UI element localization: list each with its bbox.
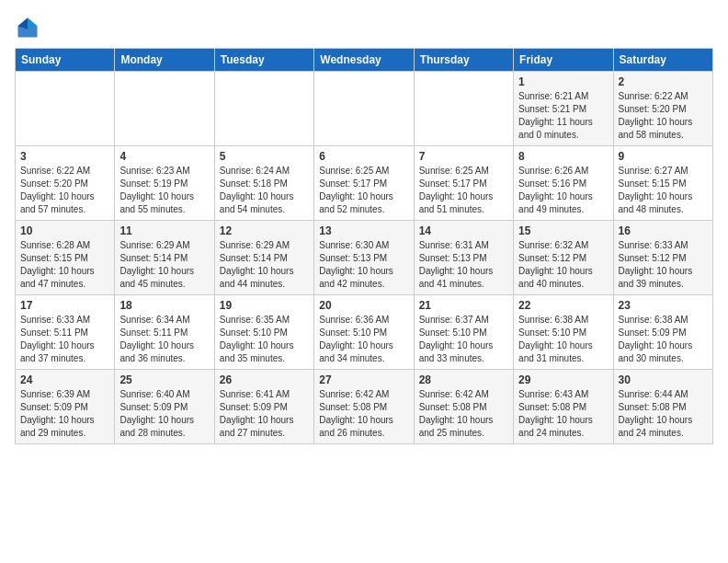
cell-text: Sunrise: 6:30 AM (319, 239, 408, 252)
day-number: 27 (319, 373, 408, 386)
cell-text: Daylight: 10 hours and 24 minutes. (518, 414, 608, 440)
cell-text: Sunrise: 6:34 AM (119, 314, 209, 327)
day-number: 1 (518, 75, 608, 88)
cell-text: Daylight: 10 hours and 37 minutes. (20, 339, 109, 365)
page-header (15, 15, 713, 40)
day-number: 23 (619, 299, 708, 312)
cell-text: Sunrise: 6:24 AM (220, 165, 309, 178)
day-number: 26 (220, 373, 309, 386)
calendar-cell: 12Sunrise: 6:29 AMSunset: 5:14 PMDayligh… (214, 221, 313, 295)
calendar-cell: 16Sunrise: 6:33 AMSunset: 5:12 PMDayligh… (613, 221, 712, 295)
cell-text: Sunrise: 6:36 AM (319, 314, 408, 327)
calendar-cell: 9Sunrise: 6:27 AMSunset: 5:15 PMDaylight… (613, 146, 712, 221)
cell-text: Sunrise: 6:29 AM (119, 239, 209, 252)
cell-text: Daylight: 10 hours and 49 minutes. (518, 190, 608, 216)
cell-text: Sunset: 5:14 PM (119, 252, 209, 265)
day-number: 16 (619, 224, 708, 237)
cell-text: Sunrise: 6:25 AM (319, 165, 408, 178)
cell-text: Sunrise: 6:38 AM (619, 314, 708, 327)
cell-text: Sunrise: 6:40 AM (119, 388, 209, 401)
cell-text: Daylight: 10 hours and 39 minutes. (619, 265, 708, 291)
cell-text: Sunset: 5:19 PM (119, 178, 209, 190)
day-number: 5 (220, 150, 309, 163)
cell-text: Daylight: 10 hours and 40 minutes. (518, 265, 608, 291)
calendar-cell: 24Sunrise: 6:39 AMSunset: 5:09 PMDayligh… (16, 370, 115, 444)
cell-text: Sunset: 5:18 PM (220, 178, 309, 190)
cell-text: Sunrise: 6:33 AM (20, 314, 109, 327)
weekday-header-monday: Monday (115, 49, 214, 72)
cell-text: Daylight: 10 hours and 41 minutes. (419, 265, 508, 291)
cell-text: Daylight: 10 hours and 27 minutes. (220, 414, 309, 440)
cell-text: Daylight: 10 hours and 24 minutes. (619, 414, 708, 440)
cell-text: Sunset: 5:17 PM (319, 178, 408, 190)
calendar-week-1: 1Sunrise: 6:21 AMSunset: 5:21 PMDaylight… (16, 72, 713, 146)
day-number: 21 (419, 299, 508, 312)
day-number: 11 (119, 224, 209, 237)
cell-text: Sunrise: 6:33 AM (619, 239, 708, 252)
cell-text: Sunrise: 6:23 AM (119, 165, 209, 178)
day-number: 15 (518, 224, 608, 237)
cell-text: Sunset: 5:09 PM (20, 401, 109, 414)
day-number: 19 (220, 299, 309, 312)
cell-text: Sunrise: 6:43 AM (518, 388, 608, 401)
cell-text: Daylight: 10 hours and 31 minutes. (518, 339, 608, 365)
cell-text: Sunrise: 6:39 AM (20, 388, 109, 401)
cell-text: Daylight: 10 hours and 44 minutes. (220, 265, 309, 291)
calendar-cell: 13Sunrise: 6:30 AMSunset: 5:13 PMDayligh… (314, 221, 414, 295)
cell-text: Sunrise: 6:31 AM (419, 239, 508, 252)
cell-text: Sunrise: 6:44 AM (619, 388, 708, 401)
cell-text: Sunrise: 6:21 AM (518, 90, 608, 103)
cell-text: Sunrise: 6:22 AM (20, 165, 109, 178)
day-number: 14 (419, 224, 508, 237)
calendar-week-3: 10Sunrise: 6:28 AMSunset: 5:15 PMDayligh… (16, 221, 713, 295)
cell-text: Sunrise: 6:42 AM (319, 388, 408, 401)
day-number: 25 (119, 373, 209, 386)
calendar-cell: 27Sunrise: 6:42 AMSunset: 5:08 PMDayligh… (314, 370, 414, 444)
weekday-header-row: SundayMondayTuesdayWednesdayThursdayFrid… (16, 49, 713, 72)
calendar-cell: 15Sunrise: 6:32 AMSunset: 5:12 PMDayligh… (514, 221, 613, 295)
cell-text: Sunrise: 6:27 AM (619, 165, 708, 178)
cell-text: Daylight: 10 hours and 30 minutes. (619, 339, 708, 365)
calendar-week-2: 3Sunrise: 6:22 AMSunset: 5:20 PMDaylight… (16, 146, 713, 221)
cell-text: Daylight: 10 hours and 28 minutes. (119, 414, 209, 440)
calendar-cell (314, 72, 414, 146)
calendar-cell: 10Sunrise: 6:28 AMSunset: 5:15 PMDayligh… (16, 221, 115, 295)
cell-text: Sunrise: 6:32 AM (518, 239, 608, 252)
cell-text: Daylight: 10 hours and 36 minutes. (119, 339, 209, 365)
calendar-cell (115, 72, 214, 146)
cell-text: Daylight: 10 hours and 47 minutes. (20, 265, 109, 291)
calendar-cell: 23Sunrise: 6:38 AMSunset: 5:09 PMDayligh… (613, 295, 712, 370)
cell-text: Sunset: 5:10 PM (220, 327, 309, 339)
cell-text: Sunset: 5:12 PM (518, 252, 608, 265)
cell-text: Sunset: 5:12 PM (619, 252, 708, 265)
cell-text: Sunrise: 6:22 AM (619, 90, 708, 103)
weekday-header-friday: Friday (514, 49, 613, 72)
cell-text: Sunset: 5:10 PM (419, 327, 508, 339)
cell-text: Sunset: 5:20 PM (619, 103, 708, 116)
cell-text: Sunrise: 6:38 AM (518, 314, 608, 327)
weekday-header-tuesday: Tuesday (214, 49, 313, 72)
cell-text: Sunset: 5:08 PM (518, 401, 608, 414)
weekday-header-wednesday: Wednesday (314, 49, 414, 72)
cell-text: Sunset: 5:15 PM (20, 252, 109, 265)
cell-text: Sunset: 5:15 PM (619, 178, 708, 190)
cell-text: Daylight: 10 hours and 29 minutes. (20, 414, 109, 440)
day-number: 13 (319, 224, 408, 237)
day-number: 7 (419, 150, 508, 163)
cell-text: Sunset: 5:10 PM (518, 327, 608, 339)
calendar-cell: 19Sunrise: 6:35 AMSunset: 5:10 PMDayligh… (214, 295, 313, 370)
cell-text: Sunset: 5:08 PM (619, 401, 708, 414)
day-number: 12 (220, 224, 309, 237)
day-number: 10 (20, 224, 109, 237)
cell-text: Sunset: 5:21 PM (518, 103, 608, 116)
cell-text: Sunset: 5:17 PM (419, 178, 508, 190)
calendar-cell: 30Sunrise: 6:44 AMSunset: 5:08 PMDayligh… (613, 370, 712, 444)
calendar-cell: 3Sunrise: 6:22 AMSunset: 5:20 PMDaylight… (16, 146, 115, 221)
calendar-cell: 26Sunrise: 6:41 AMSunset: 5:09 PMDayligh… (214, 370, 313, 444)
cell-text: Sunset: 5:13 PM (319, 252, 408, 265)
cell-text: Sunset: 5:09 PM (619, 327, 708, 339)
cell-text: Daylight: 10 hours and 51 minutes. (419, 190, 508, 216)
calendar-cell: 11Sunrise: 6:29 AMSunset: 5:14 PMDayligh… (115, 221, 214, 295)
cell-text: Sunrise: 6:37 AM (419, 314, 508, 327)
calendar-week-5: 24Sunrise: 6:39 AMSunset: 5:09 PMDayligh… (16, 370, 713, 444)
